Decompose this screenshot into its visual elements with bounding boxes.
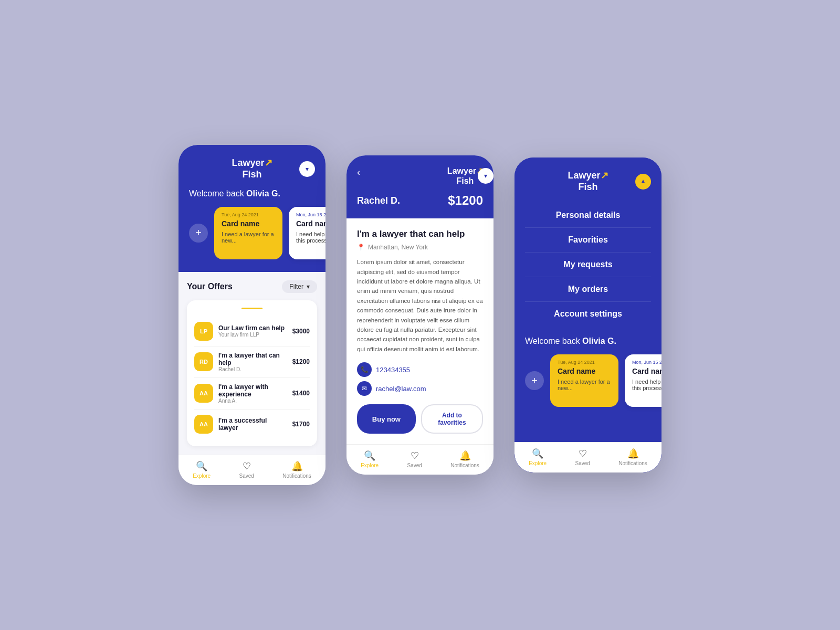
offer-item-4[interactable]: AA I'm a successful lawyer $1700 (194, 410, 310, 439)
card1-date-3: Tue, Aug 24 2021 (558, 360, 611, 365)
username-3: Olivia G. (582, 337, 616, 345)
offer-item-2[interactable]: RD I'm a lawyer that can help Rachel D. … (194, 346, 310, 378)
logo-phone1: Lawyer↗ Fish (232, 158, 272, 180)
filter-label: Filter (289, 283, 303, 290)
logo-row-1: Lawyer↗ Fish ▾ (189, 158, 315, 180)
phone2-body: I'm a lawyer that can help 📍 Manhattan, … (346, 218, 494, 444)
card1-desc-3: I need a lawyer for a new... (558, 379, 611, 391)
chevron-down-icon-filter: ▾ (307, 283, 310, 290)
add-to-favorites-button[interactable]: Add to favorities (421, 404, 483, 434)
menu-my-requests[interactable]: My requests (525, 253, 651, 277)
add-card-button-3[interactable]: + (525, 371, 544, 390)
location-icon: 📍 (357, 244, 365, 251)
dropdown-button-1[interactable]: ▾ (299, 161, 315, 177)
welcome-text-1: Welcome back Olivia G. (189, 189, 315, 198)
offer-name-3: I'm a lawyer with experience (218, 383, 287, 398)
nav-saved-2[interactable]: ♡ Saved (407, 450, 422, 468)
explore-label-3: Explore (529, 460, 547, 466)
card2-name: Card name (296, 219, 326, 228)
welcome-text-3: Welcome back Olivia G. (525, 337, 651, 346)
menu-personal-details[interactable]: Personal details (525, 203, 651, 228)
card-yellow-3[interactable]: Tue, Aug 24 2021 Card name I need a lawy… (550, 354, 618, 407)
phone3-main: Lawyer↗ Fish ▾ Personal details Favoriti… (514, 158, 662, 442)
phone-icon: 📞 (357, 362, 372, 377)
explore-label-2: Explore (361, 463, 379, 468)
notifications-label-1: Notifications (282, 473, 311, 479)
notifications-icon-3: 🔔 (627, 448, 639, 459)
offer-avatar-1: LP (194, 322, 213, 341)
nav-saved-1[interactable]: ♡ Saved (239, 460, 254, 479)
saved-icon-2: ♡ (411, 450, 419, 461)
nav-explore-2[interactable]: 🔍 Explore (361, 450, 379, 468)
notifications-icon-2: 🔔 (459, 450, 471, 461)
buy-now-button[interactable]: Buy now (357, 404, 416, 434)
offers-list-card: LP Our Law firm can help Your law firm L… (187, 300, 317, 446)
card-white-1[interactable]: Mon, Jun 15 2020 Card name I need help a… (289, 207, 326, 259)
nav-saved-3[interactable]: ♡ Saved (575, 448, 590, 466)
notifications-icon-1: 🔔 (291, 460, 303, 472)
card-yellow-1[interactable]: Tue, Aug 24 2021 Card name I need a lawy… (214, 207, 282, 259)
phone-number[interactable]: 123434355 (376, 366, 410, 374)
profile-name-p2: Rachel D. (357, 195, 400, 206)
card2-name-3: Card name (632, 367, 662, 375)
offer-avatar-4: AA (194, 415, 213, 434)
logo-line1-p2: Lawyer (447, 166, 476, 175)
offer-avatar-3: AA (194, 384, 213, 403)
offer-price-4: $1700 (292, 421, 310, 428)
logo-line2-p2: Fish (456, 176, 474, 185)
location-row: 📍 Manhattan, New York (357, 244, 483, 251)
nav-notifications-1[interactable]: 🔔 Notifications (282, 460, 311, 479)
offer-name-1: Our Law firm can help (218, 324, 287, 332)
offer-item-3[interactable]: AA I'm a lawyer with experience Anna A. … (194, 378, 310, 410)
offer-info-2: I'm a lawyer that can help Rachel D. (218, 352, 287, 372)
phone3: Lawyer↗ Fish ▾ Personal details Favoriti… (514, 158, 662, 472)
logo-line2-p3: Fish (578, 182, 597, 192)
explore-icon-2: 🔍 (364, 450, 375, 461)
offer-item-1[interactable]: LP Our Law firm can help Your law firm L… (194, 317, 310, 346)
offer-sub-1: Your law firm LLP (218, 332, 287, 338)
menu-my-orders[interactable]: My orders (525, 277, 651, 302)
menu-favorities[interactable]: Favorities (525, 228, 651, 253)
offer-name-4: I'm a successful lawyer (218, 417, 287, 432)
card1-name-3: Card name (558, 367, 611, 375)
card1-date: Tue, Aug 24 2021 (222, 212, 275, 217)
nav-explore-1[interactable]: 🔍 Explore (193, 460, 211, 479)
saved-label-2: Saved (407, 463, 422, 468)
filter-button[interactable]: Filter ▾ (282, 280, 317, 293)
divider-bar (242, 308, 262, 309)
bottom-nav-3: 🔍 Explore ♡ Saved 🔔 Notifications (514, 442, 662, 472)
back-button[interactable]: ‹ (357, 167, 360, 178)
saved-label-3: Saved (575, 460, 590, 466)
bottom-nav-1: 🔍 Explore ♡ Saved 🔔 Notifications (178, 455, 326, 485)
offer-price-2: $1200 (292, 358, 310, 365)
menu-items: Personal details Favorities My requests … (525, 203, 651, 326)
offers-header: Your Offers Filter ▾ (187, 280, 317, 293)
email-address[interactable]: rachel@law.com (376, 385, 426, 393)
offer-avatar-2: RD (194, 352, 213, 371)
card2-date: Mon, Jun 15 2020 (296, 212, 326, 217)
chevron-down-icon-2: ▾ (484, 172, 487, 180)
saved-icon-3: ♡ (579, 448, 587, 459)
offer-info-1: Our Law firm can help Your law firm LLP (218, 324, 287, 338)
description-text: Lorem ipsum dolor sit amet, consectetur … (357, 257, 483, 354)
offer-price-1: $3000 (292, 328, 310, 335)
offer-price-3: $1400 (292, 390, 310, 397)
explore-label-1: Explore (193, 473, 211, 479)
saved-label-1: Saved (239, 473, 254, 479)
nav-explore-3[interactable]: 🔍 Explore (529, 448, 547, 466)
card2-desc-3: I need help at this process... (632, 379, 662, 391)
offer-sub-2: Rachel D. (218, 366, 287, 372)
add-card-button[interactable]: + (189, 224, 208, 243)
card-white-3[interactable]: Mon, Jun 15 2020 Card name I need help a… (625, 354, 662, 407)
notifications-label-3: Notifications (618, 460, 647, 466)
profile-price-row: Rachel D. $1200 (357, 193, 483, 208)
menu-account-settings[interactable]: Account settings (525, 302, 651, 326)
email-icon: ✉ (357, 381, 372, 396)
dropdown-button-2[interactable]: ▾ (478, 168, 494, 184)
action-buttons: Buy now Add to favorities (357, 404, 483, 434)
lawyer-title: I'm a lawyer that can help (357, 229, 483, 239)
contact-phone-row: 📞 123434355 (357, 362, 483, 377)
nav-notifications-3[interactable]: 🔔 Notifications (618, 448, 647, 466)
dropdown-button-3[interactable]: ▾ (635, 174, 651, 190)
nav-notifications-2[interactable]: 🔔 Notifications (450, 450, 479, 468)
